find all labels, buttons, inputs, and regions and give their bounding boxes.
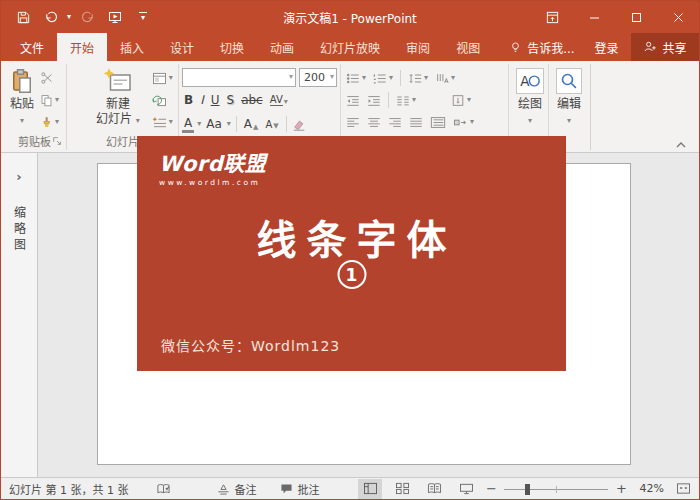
format-painter-icon[interactable] <box>38 113 61 131</box>
tab-view[interactable]: 视图 <box>443 33 493 61</box>
justify-icon[interactable] <box>407 113 425 131</box>
clear-formatting-icon[interactable] <box>292 118 306 131</box>
zoom-slider-thumb[interactable] <box>525 484 530 495</box>
notes-toggle[interactable]: 备注 <box>217 481 256 497</box>
tab-design[interactable]: 设计 <box>157 33 207 61</box>
thumbnail-panel-collapsed[interactable]: 缩略图 <box>1 153 38 477</box>
strikethrough-button[interactable]: abc <box>239 93 265 107</box>
editing-dropdown-caret[interactable] <box>567 117 571 125</box>
line-spacing-icon[interactable] <box>406 69 430 87</box>
ribbon-display-options-icon[interactable] <box>531 1 573 33</box>
notes-icon <box>217 483 230 495</box>
drawing-shapes-icon: A <box>516 68 544 94</box>
distribute-columns-icon[interactable] <box>428 113 448 131</box>
font-color-caret[interactable] <box>197 120 201 128</box>
statusbar: 幻灯片 第 1 张，共 1 张 备注 批注 − <box>1 477 699 499</box>
underline-button[interactable]: U <box>209 93 222 107</box>
slide-sorter-view-button[interactable] <box>390 479 414 499</box>
maximize-button[interactable] <box>615 1 657 33</box>
align-text-icon[interactable] <box>449 91 473 109</box>
redo-icon <box>75 5 99 29</box>
quick-access-toolbar <box>11 5 155 29</box>
text-shadow-button[interactable]: S <box>225 93 237 107</box>
change-case-caret[interactable] <box>227 120 231 128</box>
font-size-combo[interactable]: 200 <box>299 68 337 87</box>
ribbon-tabs: 文件 开始 插入 设计 切换 动画 幻灯片放映 审阅 视图 告诉我... 登录 … <box>1 33 699 61</box>
bullets-icon[interactable] <box>344 69 368 87</box>
wordlm-logo: Word联盟 www.wordlm.com <box>159 147 266 187</box>
paste-button[interactable]: 粘贴 <box>6 65 38 135</box>
tab-file[interactable]: 文件 <box>7 33 57 61</box>
clipboard-group: 粘贴 剪贴板 <box>3 64 67 150</box>
spellcheck-icon[interactable] <box>156 482 171 496</box>
thumbnail-panel-label: 缩略图 <box>11 206 28 254</box>
undo-dropdown-caret[interactable] <box>67 13 71 21</box>
cut-button[interactable] <box>38 69 61 87</box>
reset-slide-button[interactable] <box>150 91 175 109</box>
decrease-indent-icon[interactable] <box>344 91 362 109</box>
shrink-font-button[interactable]: A▼ <box>263 119 280 130</box>
font-color-button[interactable]: A <box>182 116 194 133</box>
drawing-dropdown-caret[interactable] <box>528 117 532 125</box>
align-right-icon[interactable] <box>386 113 404 131</box>
reading-view-button[interactable] <box>422 479 446 499</box>
tab-slideshow[interactable]: 幻灯片放映 <box>307 33 393 61</box>
section-button[interactable] <box>150 113 175 131</box>
titlebar: 演示文稿1 - PowerPoint <box>1 1 699 33</box>
comments-toggle[interactable]: 批注 <box>280 481 319 497</box>
slideshow-view-button[interactable] <box>454 479 478 499</box>
tab-transitions[interactable]: 切换 <box>207 33 257 61</box>
tell-me-box[interactable]: 告诉我... <box>499 33 584 61</box>
start-slideshow-icon[interactable] <box>103 5 127 29</box>
customize-qat-icon[interactable] <box>131 5 155 29</box>
expand-thumbnails-icon[interactable] <box>16 169 21 184</box>
tab-insert[interactable]: 插入 <box>107 33 157 61</box>
bold-button[interactable]: B <box>182 93 195 107</box>
grow-font-button[interactable]: A▲ <box>242 117 261 131</box>
increase-indent-icon[interactable] <box>365 91 383 109</box>
new-slide-icon <box>103 68 133 94</box>
share-button[interactable]: 共享 <box>631 33 699 61</box>
font-name-combo[interactable] <box>182 68 296 87</box>
zoom-level[interactable]: 42% <box>634 482 664 495</box>
fit-slide-to-window-icon[interactable] <box>676 482 691 495</box>
overlay-title: 线条字体 <box>137 208 566 266</box>
new-slide-dropdown-caret[interactable] <box>136 117 140 125</box>
paste-dropdown-caret[interactable] <box>20 117 24 125</box>
slide-layout-button[interactable] <box>150 69 175 87</box>
normal-view-button[interactable] <box>358 479 382 499</box>
italic-button[interactable]: I <box>198 93 206 107</box>
undo-icon[interactable] <box>39 5 63 29</box>
tab-home[interactable]: 开始 <box>57 33 107 61</box>
text-direction-icon[interactable] <box>433 69 457 87</box>
numbering-icon[interactable] <box>371 69 395 87</box>
tab-animations[interactable]: 动画 <box>257 33 307 61</box>
zoom-in-button[interactable]: + <box>616 481 626 496</box>
tab-review[interactable]: 审阅 <box>393 33 443 61</box>
tutorial-image-overlay: Word联盟 www.wordlm.com 线条字体 1 微信公众号：Wordl… <box>137 136 566 371</box>
copy-button[interactable] <box>38 91 61 109</box>
collapse-ribbon-icon[interactable] <box>675 141 687 149</box>
step-number-badge: 1 <box>337 260 366 289</box>
change-case-button[interactable]: Aa <box>204 117 224 131</box>
close-button[interactable] <box>657 1 699 33</box>
editing-button[interactable]: 编辑 <box>552 65 586 135</box>
minimize-button[interactable] <box>573 1 615 33</box>
character-spacing-button[interactable]: AV <box>268 94 290 106</box>
zoom-out-button[interactable]: − <box>486 481 496 496</box>
align-center-icon[interactable] <box>365 113 383 131</box>
paste-clipboard-icon <box>10 68 34 94</box>
window-controls <box>531 1 699 33</box>
sign-in-link[interactable]: 登录 <box>585 33 629 61</box>
clipboard-dialog-launcher-icon[interactable] <box>52 136 64 148</box>
columns-icon[interactable] <box>394 91 418 109</box>
align-left-icon[interactable] <box>344 113 362 131</box>
person-add-icon <box>643 40 657 54</box>
drawing-button[interactable]: A 绘图 <box>512 65 548 135</box>
new-slide-button[interactable]: 新建幻灯片 <box>92 65 144 135</box>
zoom-slider[interactable] <box>504 479 608 499</box>
wordlm-url: www.wordlm.com <box>159 178 266 187</box>
overlay-caption: 微信公众号：Wordlm123 <box>161 335 340 355</box>
save-icon[interactable] <box>11 5 35 29</box>
smartart-convert-icon[interactable] <box>451 113 476 131</box>
